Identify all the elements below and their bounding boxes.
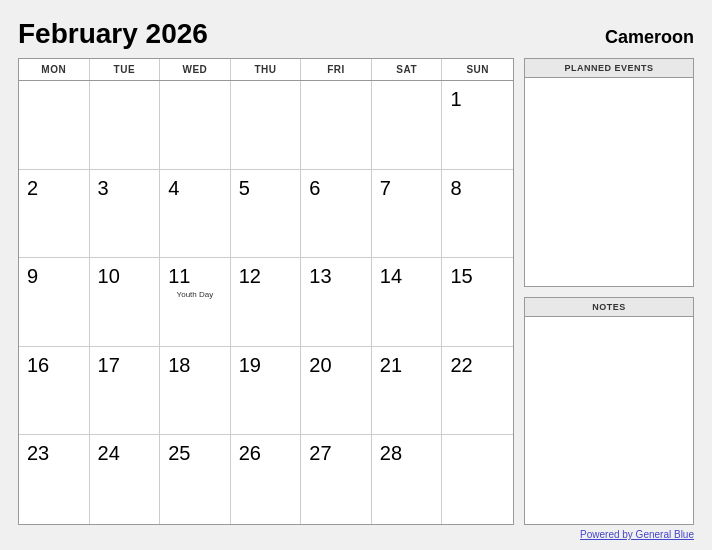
day-cell: 26 [231,435,302,524]
day-cell: 14 [372,258,443,346]
day-cell: 25 [160,435,231,524]
day-number: 8 [450,176,461,200]
day-cell [160,81,231,169]
day-header: FRI [301,59,372,80]
day-number: 21 [380,353,402,377]
day-header: SUN [442,59,513,80]
day-header: THU [231,59,302,80]
day-cell: 10 [90,258,161,346]
day-header: SAT [372,59,443,80]
day-number: 25 [168,441,190,465]
day-cell: 8 [442,170,513,258]
day-cell: 2 [19,170,90,258]
day-cell: 9 [19,258,90,346]
day-cell: 15 [442,258,513,346]
holiday-label: Youth Day [168,290,222,299]
day-cell: 12 [231,258,302,346]
day-cell: 16 [19,347,90,435]
day-cell [301,81,372,169]
day-cell: 6 [301,170,372,258]
day-header: WED [160,59,231,80]
day-number: 7 [380,176,391,200]
day-number: 10 [98,264,120,288]
day-cell: 1 [442,81,513,169]
day-number: 1 [450,87,461,111]
day-cell [231,81,302,169]
day-cell: 3 [90,170,161,258]
day-cell: 28 [372,435,443,524]
day-number: 14 [380,264,402,288]
calendar-body: 1234567891011Youth Day121314151617181920… [19,81,513,524]
week-row: 1 [19,81,513,170]
day-cell [19,81,90,169]
day-number: 12 [239,264,261,288]
day-number: 3 [98,176,109,200]
day-number: 26 [239,441,261,465]
day-header: TUE [90,59,161,80]
day-cell: 20 [301,347,372,435]
day-number: 20 [309,353,331,377]
day-cell: 17 [90,347,161,435]
day-number: 15 [450,264,472,288]
header: February 2026 Cameroon [18,18,694,50]
day-number: 16 [27,353,49,377]
planned-events-content [525,78,693,286]
planned-events-box: PLANNED EVENTS [524,58,694,287]
month-title: February 2026 [18,18,208,50]
day-cell [372,81,443,169]
day-cell: 21 [372,347,443,435]
day-number: 11 [168,264,190,288]
day-cell: 24 [90,435,161,524]
day-header: MON [19,59,90,80]
day-number: 5 [239,176,250,200]
week-row: 232425262728 [19,435,513,524]
day-cell: 19 [231,347,302,435]
planned-events-header: PLANNED EVENTS [525,59,693,78]
day-number: 24 [98,441,120,465]
notes-header: NOTES [525,298,693,317]
day-cell: 18 [160,347,231,435]
day-cell: 23 [19,435,90,524]
week-row: 91011Youth Day12131415 [19,258,513,347]
day-cell: 7 [372,170,443,258]
footer: Powered by General Blue [18,529,694,540]
day-number: 9 [27,264,38,288]
day-headers: MONTUEWEDTHUFRISATSUN [19,59,513,81]
day-number: 19 [239,353,261,377]
sidebar: PLANNED EVENTS NOTES [524,58,694,525]
day-cell: 4 [160,170,231,258]
day-cell [442,435,513,524]
day-number: 4 [168,176,179,200]
page: February 2026 Cameroon MONTUEWEDTHUFRISA… [0,0,712,550]
day-cell: 22 [442,347,513,435]
notes-content [525,317,693,525]
day-cell: 5 [231,170,302,258]
day-number: 2 [27,176,38,200]
day-number: 27 [309,441,331,465]
week-row: 2345678 [19,170,513,259]
calendar: MONTUEWEDTHUFRISATSUN 1234567891011Youth… [18,58,514,525]
day-number: 28 [380,441,402,465]
day-number: 23 [27,441,49,465]
day-number: 6 [309,176,320,200]
day-cell: 11Youth Day [160,258,231,346]
powered-by-link[interactable]: Powered by General Blue [580,529,694,540]
day-cell: 27 [301,435,372,524]
day-number: 13 [309,264,331,288]
day-number: 22 [450,353,472,377]
week-row: 16171819202122 [19,347,513,436]
country-title: Cameroon [605,27,694,48]
main-content: MONTUEWEDTHUFRISATSUN 1234567891011Youth… [18,58,694,525]
day-number: 17 [98,353,120,377]
notes-box: NOTES [524,297,694,526]
day-number: 18 [168,353,190,377]
day-cell: 13 [301,258,372,346]
day-cell [90,81,161,169]
